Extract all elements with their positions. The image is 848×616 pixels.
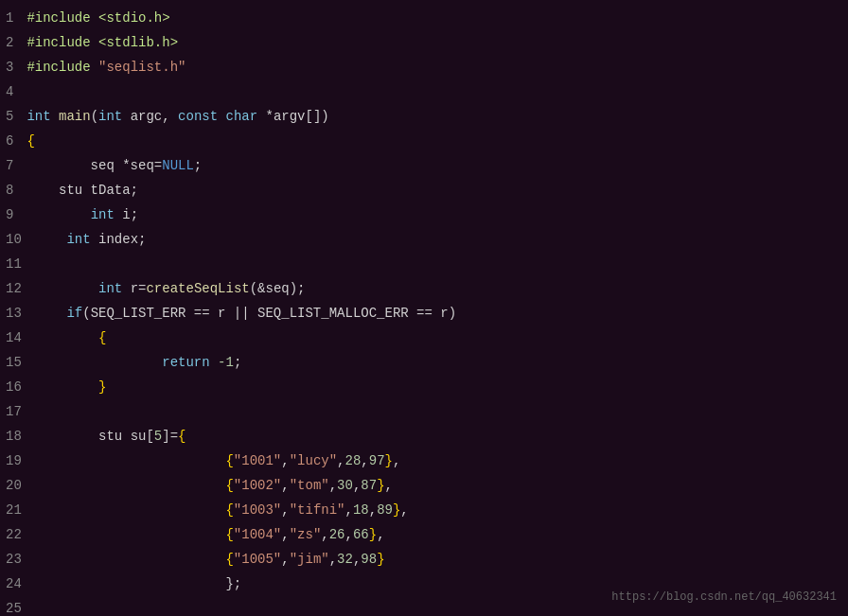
line-content: int index; <box>35 229 147 250</box>
line-number: 19 <box>0 450 35 471</box>
code-line: 17 <box>0 401 848 426</box>
code-line: 20 {"1002","tom",30,87}, <box>0 475 848 500</box>
line-number: 14 <box>0 327 35 348</box>
line-content <box>26 81 34 102</box>
line-number: 23 <box>0 549 35 570</box>
line-content: {"1002","tom",30,87}, <box>35 475 393 496</box>
line-content: {"1001","lucy",28,97}, <box>35 450 401 471</box>
line-content <box>35 401 43 422</box>
line-number: 22 <box>0 524 35 545</box>
code-lines: 1#include <stdio.h>2#include <stdlib.h>3… <box>0 8 848 616</box>
line-number: 2 <box>0 32 26 53</box>
code-line: 12 int r=createSeqList(&seq); <box>0 278 848 303</box>
line-content: int r=createSeqList(&seq); <box>35 278 306 299</box>
code-line: 13 if(SEQ_LIST_ERR == r || SEQ_LIST_MALL… <box>0 303 848 327</box>
line-content: int i; <box>26 204 138 225</box>
line-number: 16 <box>0 377 35 397</box>
line-number: 4 <box>0 81 26 102</box>
line-number: 15 <box>0 352 35 373</box>
code-line: 11 <box>0 254 848 278</box>
code-line: 18 stu su[5]={ <box>0 426 848 450</box>
line-number: 10 <box>0 229 35 250</box>
code-editor: 1#include <stdio.h>2#include <stdlib.h>3… <box>0 0 848 616</box>
code-line: 9 int i; <box>0 204 848 229</box>
code-line: 6{ <box>0 131 848 155</box>
line-content: } <box>35 377 107 397</box>
line-content: int main(int argc, const char *argv[]) <box>26 106 328 127</box>
code-line: 10 int index; <box>0 229 848 254</box>
line-number: 18 <box>0 426 35 447</box>
code-line: 4 <box>0 81 848 106</box>
watermark: https://blog.csdn.net/qq_40632341 <box>611 589 837 607</box>
line-content: {"1005","jim",32,98} <box>35 549 385 570</box>
line-content: #include <stdio.h> <box>26 8 169 28</box>
code-line: 5int main(int argc, const char *argv[]) <box>0 106 848 131</box>
line-content: #include <stdlib.h> <box>26 32 178 53</box>
code-line: 8 stu tData; <box>0 180 848 204</box>
line-content: if(SEQ_LIST_ERR == r || SEQ_LIST_MALLOC_… <box>35 303 456 324</box>
line-content: {"1004","zs",26,66}, <box>35 524 385 545</box>
line-content: { <box>26 131 34 151</box>
code-line: 3#include "seqlist.h" <box>0 57 848 81</box>
line-number: 9 <box>0 204 26 225</box>
line-number: 20 <box>0 475 35 496</box>
line-content: return -1; <box>35 352 241 373</box>
line-number: 3 <box>0 57 26 78</box>
code-line: 19 {"1001","lucy",28,97}, <box>0 450 848 475</box>
line-number: 24 <box>0 573 35 594</box>
line-content: { <box>35 327 107 348</box>
line-number: 12 <box>0 278 35 299</box>
line-content: stu su[5]={ <box>35 426 186 447</box>
code-line: 14 { <box>0 327 848 352</box>
code-line: 2#include <stdlib.h> <box>0 32 848 57</box>
line-content <box>35 598 43 616</box>
line-content: }; <box>35 573 241 594</box>
code-line: 22 {"1004","zs",26,66}, <box>0 524 848 549</box>
line-number: 13 <box>0 303 35 324</box>
line-number: 21 <box>0 500 35 520</box>
line-content <box>35 254 43 274</box>
line-number: 5 <box>0 106 26 127</box>
code-line: 15 return -1; <box>0 352 848 377</box>
code-line: 16 } <box>0 377 848 401</box>
line-number: 25 <box>0 598 35 616</box>
line-number: 7 <box>0 155 26 176</box>
line-number: 17 <box>0 401 35 422</box>
code-line: 23 {"1005","jim",32,98} <box>0 549 848 573</box>
line-number: 8 <box>0 180 26 201</box>
code-line: 7 seq *seq=NULL; <box>0 155 848 180</box>
code-line: 1#include <stdio.h> <box>0 8 848 32</box>
line-number: 11 <box>0 254 35 274</box>
line-content: #include "seqlist.h" <box>26 57 186 78</box>
line-content: seq *seq=NULL; <box>26 155 202 176</box>
code-line: 21 {"1003","tifni",18,89}, <box>0 500 848 524</box>
line-number: 1 <box>0 8 26 28</box>
line-number: 6 <box>0 131 26 151</box>
line-content: {"1003","tifni",18,89}, <box>35 500 409 520</box>
line-content: stu tData; <box>26 180 138 201</box>
